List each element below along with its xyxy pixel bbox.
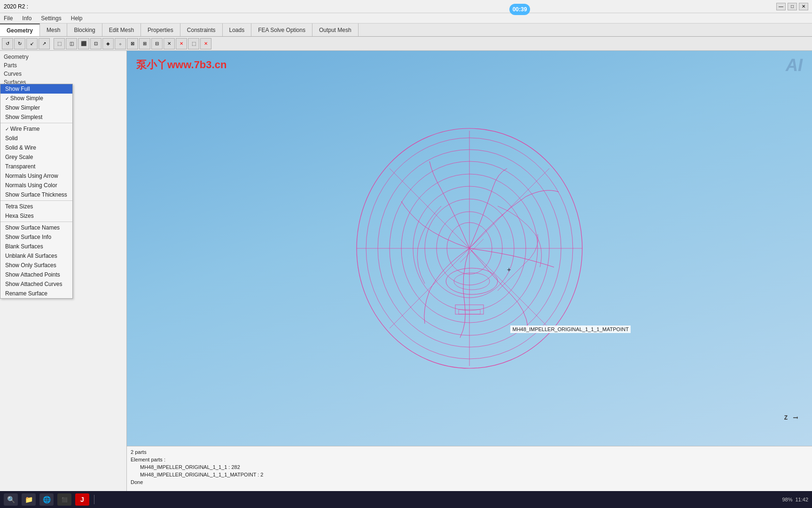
dropdown-show-simplest[interactable]: Show Simplest xyxy=(0,112,72,122)
toolbar-btn-12[interactable]: ⊞ xyxy=(139,38,150,49)
taskbar-divider xyxy=(94,495,94,504)
taskbar-battery: 98% xyxy=(782,497,792,502)
toolbar-btn-3[interactable]: ↙ xyxy=(26,38,38,49)
left-panel: Geometry Parts Curves Surfaces Show Full… xyxy=(0,51,127,508)
dropdown-transparent[interactable]: Transparent xyxy=(0,162,72,171)
dropdown-blank-surfaces[interactable]: Blank Surfaces xyxy=(0,242,72,251)
minimize-button[interactable]: — xyxy=(776,3,786,10)
taskbar-folder[interactable]: 📁 xyxy=(22,493,36,506)
toolbar-btn-9[interactable]: ◈ xyxy=(102,38,114,49)
divider-2 xyxy=(0,200,72,201)
taskbar-time: 11:42 xyxy=(795,497,808,502)
taskbar-terminal[interactable]: ⬛ xyxy=(57,493,71,506)
status-bar: 2 parts Element parts : MH48_IMPELLER_OR… xyxy=(127,446,812,493)
svg-line-12 xyxy=(390,168,469,248)
viewport-watermark: 泵小丫www.7b3.cn xyxy=(136,58,226,72)
toolbar-btn-8[interactable]: ⊡ xyxy=(90,38,102,49)
toolbar-btn-6[interactable]: ◫ xyxy=(66,38,77,49)
taskbar-browser[interactable]: 🌐 xyxy=(39,493,54,506)
dropdown-show-surface-thickness[interactable]: Show Surface Thickness xyxy=(0,190,72,199)
toolbar-btn-15[interactable]: ✕ xyxy=(176,38,187,49)
toolbar-btn-2[interactable]: ↻ xyxy=(14,38,25,49)
status-parts-count: 2 parts xyxy=(131,448,808,456)
menu-file[interactable]: File xyxy=(2,14,15,23)
toolbar-btn-13[interactable]: ⊟ xyxy=(151,38,163,49)
taskbar: 🔍 📁 🌐 ⬛ J 98% 11:42 xyxy=(0,491,812,508)
tab-output-mesh[interactable]: Output Mesh xyxy=(312,24,359,36)
close-button[interactable]: ✕ xyxy=(799,3,808,10)
taskbar-right: 98% 11:42 xyxy=(782,497,808,502)
status-part-1: MH48_IMPELLER_ORIGINAL_1_1_1 : 282 xyxy=(131,463,808,471)
3d-viewport[interactable]: 泵小丫www.7b3.cn AI xyxy=(127,51,812,446)
tab-edit-mesh[interactable]: Edit Mesh xyxy=(102,24,141,36)
toolbar-btn-17[interactable]: ✕ xyxy=(200,38,211,49)
dropdown-solid[interactable]: Solid xyxy=(0,134,72,143)
main-toolbar: ↺ ↻ ↙ ↗ ⬚ ◫ ⬛ ⊡ ◈ ⬦ ⊠ ⊞ ⊟ ✕ ✕ ⬚ ✕ xyxy=(0,37,812,51)
tab-fea-solve[interactable]: FEA Solve Options xyxy=(251,24,312,36)
tab-geometry[interactable]: Geometry xyxy=(0,24,40,36)
tab-blocking[interactable]: Blocking xyxy=(67,24,102,36)
svg-line-14 xyxy=(390,248,469,328)
taskbar-search[interactable]: 🔍 xyxy=(4,493,18,506)
menu-bar: File Info Settings Help xyxy=(0,13,812,24)
dropdown-show-full[interactable]: Show Full xyxy=(0,84,72,94)
tab-bar: Geometry Mesh Blocking Edit Mesh Propert… xyxy=(0,24,812,37)
toolbar-btn-16[interactable]: ⬚ xyxy=(188,38,199,49)
tab-constraints[interactable]: Constraints xyxy=(180,24,223,36)
dropdown-normals-color[interactable]: Normals Using Color xyxy=(0,181,72,190)
timer-badge: 00:39 xyxy=(509,4,530,15)
viewport-corner-label: AI xyxy=(786,56,803,75)
dropdown-show-surface-names[interactable]: Show Surface Names xyxy=(0,223,72,232)
window-controls: — □ ✕ xyxy=(776,3,808,10)
dropdown-normals-arrow[interactable]: Normals Using Arrow xyxy=(0,171,72,181)
dropdown-grey-scale[interactable]: Grey Scale xyxy=(0,152,72,162)
dropdown-rename-surface[interactable]: Rename Surface xyxy=(0,289,72,298)
dropdown-tetra-sizes[interactable]: Tetra Sizes xyxy=(0,202,72,211)
menu-settings[interactable]: Settings xyxy=(39,14,63,23)
toolbar-btn-1[interactable]: ↺ xyxy=(2,38,13,49)
divider-3 xyxy=(0,222,72,222)
toolbar-btn-7[interactable]: ⬛ xyxy=(78,38,89,49)
dropdown-wire-frame[interactable]: Wire Frame xyxy=(0,124,72,134)
tab-properties[interactable]: Properties xyxy=(141,24,180,36)
dropdown-show-attached-points[interactable]: Show Attached Points xyxy=(0,270,72,279)
menu-help[interactable]: Help xyxy=(69,14,85,23)
tab-mesh[interactable]: Mesh xyxy=(40,24,67,36)
svg-point-17 xyxy=(446,268,498,294)
dropdown-show-surface-info[interactable]: Show Surface Info xyxy=(0,232,72,242)
status-element-parts: Element parts : xyxy=(131,456,808,463)
divider-1 xyxy=(0,123,72,123)
dropdown-unblank-all-surfaces[interactable]: Unblank All Surfaces xyxy=(0,251,72,261)
dropdown-show-attached-curves[interactable]: Show Attached Curves xyxy=(0,279,72,289)
dropdown-hexa-sizes[interactable]: Hexa Sizes xyxy=(0,211,72,221)
tab-loads[interactable]: Loads xyxy=(223,24,252,36)
axis-indicator: Z xyxy=(784,413,798,422)
status-done: Done xyxy=(131,478,808,486)
nav-parts[interactable]: Parts xyxy=(0,61,126,70)
dropdown-show-simple[interactable]: Show Simple xyxy=(0,94,72,103)
dropdown-solid-wire[interactable]: Solid & Wire xyxy=(0,143,72,152)
nav-panel: Geometry Parts Curves Surfaces xyxy=(0,51,126,88)
nav-curves[interactable]: Curves xyxy=(0,70,126,78)
toolbar-btn-5[interactable]: ⬚ xyxy=(54,38,65,49)
taskbar-ide[interactable]: J xyxy=(75,493,89,506)
cursor-plus: + xyxy=(507,266,511,273)
nav-geometry[interactable]: Geometry xyxy=(0,53,126,61)
toolbar-btn-14[interactable]: ✕ xyxy=(164,38,175,49)
menu-info[interactable]: Info xyxy=(20,14,33,23)
svg-line-10 xyxy=(469,168,549,248)
toolbar-btn-11[interactable]: ⊠ xyxy=(127,38,138,49)
toolbar-btn-10[interactable]: ⬦ xyxy=(115,38,126,49)
context-dropdown-menu: Show Full Show Simple Show Simpler Show … xyxy=(0,84,73,299)
window-title: 2020 R2 : xyxy=(4,3,28,10)
z-axis-label: Z xyxy=(784,414,788,421)
dropdown-show-simpler[interactable]: Show Simpler xyxy=(0,103,72,112)
dropdown-show-only-surfaces[interactable]: Show Only Surfaces xyxy=(0,261,72,270)
svg-marker-24 xyxy=(797,416,798,419)
maximize-button[interactable]: □ xyxy=(788,3,797,10)
toolbar-btn-4[interactable]: ↗ xyxy=(39,38,50,49)
impeller-wireframe: + xyxy=(347,121,592,375)
status-part-2: MH48_IMPELLER_ORIGINAL_1_1_1_MATPOINT : … xyxy=(131,471,808,478)
viewport-area: 泵小丫www.7b3.cn AI xyxy=(127,51,812,508)
